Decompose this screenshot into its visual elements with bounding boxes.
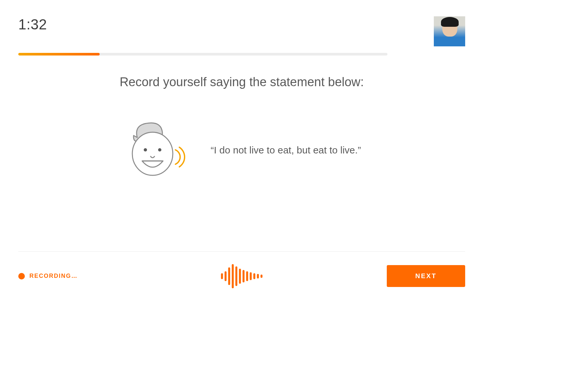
footer: RECORDING… NEXT [18, 251, 465, 287]
recording-status: RECORDING… [18, 273, 78, 279]
audio-waveform-icon [221, 264, 263, 288]
record-dot-icon [18, 273, 25, 279]
svg-point-2 [158, 148, 161, 151]
main-content: Record yourself saying the statement bel… [18, 56, 465, 251]
app-container: 1:32 Record yourself saying the statemen… [0, 0, 483, 300]
header: 1:32 [18, 16, 465, 46]
instruction-text: Record yourself saying the statement bel… [120, 75, 364, 89]
recording-label: RECORDING… [29, 273, 78, 279]
prompt-sentence: “I do not live to eat, but eat to live.” [211, 145, 361, 156]
timer-display: 1:32 [18, 16, 47, 33]
progress-bar [18, 53, 387, 56]
progress-track [18, 53, 387, 56]
user-avatar[interactable] [434, 16, 465, 46]
speaking-face-icon [122, 119, 188, 182]
progress-fill [18, 53, 100, 56]
svg-point-0 [132, 132, 173, 175]
svg-point-1 [144, 148, 147, 151]
prompt-row: “I do not live to eat, but eat to live.” [122, 119, 361, 182]
next-button[interactable]: NEXT [387, 265, 465, 287]
